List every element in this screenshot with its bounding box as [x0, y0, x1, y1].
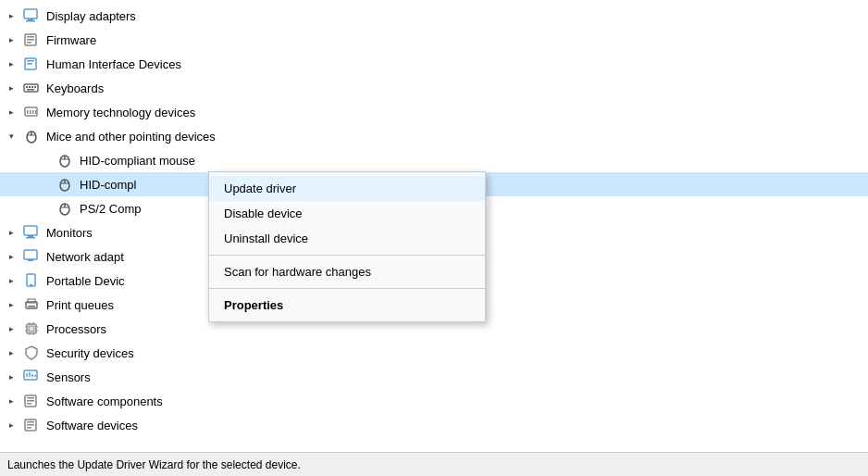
- tree-item-memory-tech[interactable]: Memory technology devices: [0, 100, 868, 124]
- label-print: Print queues: [46, 298, 114, 312]
- context-menu-item-uninstall-device[interactable]: Uninstall device: [209, 226, 485, 251]
- icon-hid: [22, 55, 41, 73]
- chevron-sensors: [4, 370, 19, 384]
- chevron-firmware: [4, 32, 19, 47]
- label-uninstall-device: Uninstall device: [224, 232, 308, 245]
- svg-rect-11: [26, 86, 28, 88]
- chevron-display-adapters: [4, 8, 19, 23]
- label-update-driver: Update driver: [224, 182, 296, 195]
- icon-software-devices: [22, 416, 41, 434]
- svg-rect-20: [35, 110, 37, 114]
- svg-rect-60: [27, 400, 34, 402]
- icon-sensors: [22, 368, 41, 386]
- context-menu: Update driver Disable device Uninstall d…: [208, 171, 486, 322]
- svg-rect-37: [28, 259, 33, 261]
- svg-rect-19: [32, 110, 34, 114]
- chevron-mice: [4, 129, 19, 144]
- svg-rect-65: [27, 427, 31, 429]
- icon-processors: [22, 319, 41, 338]
- label-mice: Mice and other pointing devices: [46, 130, 216, 144]
- tree-item-mice[interactable]: Mice and other pointing devices: [0, 124, 868, 148]
- label-firmware: Firmware: [46, 33, 96, 47]
- svg-rect-63: [27, 421, 34, 423]
- label-ps2: PS/2 Comp: [80, 202, 141, 216]
- label-scan-hardware: Scan for hardware changes: [224, 265, 371, 279]
- label-security: Security devices: [46, 346, 134, 360]
- svg-rect-13: [31, 86, 33, 88]
- chevron-software-components: [4, 394, 19, 408]
- chevron-print: [4, 297, 19, 312]
- svg-rect-2: [26, 20, 35, 22]
- tree-item-firmware[interactable]: Firmware: [0, 28, 868, 52]
- icon-monitors: [22, 223, 41, 242]
- label-memory-tech: Memory technology devices: [46, 106, 195, 119]
- chevron-monitors: [4, 225, 19, 240]
- icon-memory-tech: [22, 103, 41, 121]
- chevron-memory: [4, 105, 19, 119]
- tree-item-security[interactable]: Security devices: [0, 341, 868, 365]
- tree-item-display-adapters[interactable]: Display adapters: [0, 4, 868, 28]
- device-manager-panel: Display adapters Firmware Human Interfac…: [0, 0, 868, 452]
- chevron-portable: [4, 273, 19, 288]
- tree-item-hid-mouse1[interactable]: HID-compliant mouse: [0, 148, 868, 172]
- context-menu-separator-1: [209, 255, 485, 256]
- tree-item-software-devices[interactable]: Software devices: [0, 413, 868, 437]
- label-hid-mouse2: HID-compl: [80, 178, 136, 192]
- icon-mice: [22, 127, 41, 145]
- icon-firmware: [22, 31, 41, 49]
- svg-rect-44: [29, 326, 34, 332]
- svg-rect-18: [30, 110, 31, 114]
- svg-rect-5: [27, 39, 34, 41]
- status-bar-text: Launches the Update Driver Wizard for th…: [7, 458, 301, 471]
- icon-network: [22, 247, 41, 266]
- label-disable-device: Disable device: [224, 207, 303, 220]
- chevron-keyboards: [4, 81, 19, 95]
- svg-rect-36: [24, 250, 37, 259]
- label-network: Network adapt: [46, 250, 124, 264]
- context-menu-item-scan-hardware[interactable]: Scan for hardware changes: [209, 259, 485, 284]
- label-hid: Human Interface Devices: [46, 57, 181, 71]
- tree-item-keyboards[interactable]: Keyboards: [0, 76, 868, 100]
- icon-keyboards: [22, 79, 41, 97]
- svg-rect-42: [28, 306, 35, 307]
- icon-print: [22, 295, 41, 314]
- svg-rect-15: [27, 89, 34, 91]
- svg-rect-39: [30, 284, 32, 286]
- icon-ps2: [56, 199, 74, 218]
- icon-security: [22, 344, 41, 362]
- chevron-security: [4, 345, 19, 360]
- tree-item-sensors[interactable]: Sensors: [0, 365, 868, 389]
- svg-rect-61: [27, 403, 31, 405]
- label-software-devices: Software devices: [46, 419, 138, 432]
- label-processors: Processors: [46, 322, 106, 336]
- label-keyboards: Keyboards: [46, 81, 104, 95]
- label-display-adapters: Display adapters: [46, 9, 136, 23]
- svg-rect-59: [27, 397, 34, 399]
- svg-rect-10: [24, 84, 38, 92]
- icon-hid-mouse1: [56, 151, 74, 169]
- status-bar: Launches the Update Driver Wizard for th…: [0, 452, 868, 476]
- context-menu-item-disable-device[interactable]: Disable device: [209, 201, 485, 226]
- svg-rect-64: [27, 424, 34, 426]
- icon-hid-mouse2: [56, 175, 74, 194]
- chevron-network: [4, 249, 19, 264]
- tree-item-human-interface[interactable]: Human Interface Devices: [0, 52, 868, 76]
- context-menu-item-update-driver[interactable]: Update driver: [209, 176, 485, 201]
- icon-portable: [22, 271, 41, 290]
- context-menu-separator-2: [209, 288, 485, 289]
- svg-rect-35: [26, 237, 35, 239]
- svg-rect-34: [28, 235, 33, 237]
- label-software-components: Software components: [46, 395, 163, 408]
- chevron-software-devices: [4, 418, 19, 432]
- svg-rect-33: [24, 226, 37, 235]
- context-menu-item-properties[interactable]: Properties: [209, 293, 485, 318]
- icon-software-components: [22, 392, 41, 410]
- chevron-hid: [4, 56, 19, 71]
- tree-item-software-components[interactable]: Software components: [0, 389, 868, 413]
- svg-rect-0: [24, 9, 37, 19]
- svg-rect-17: [27, 110, 29, 114]
- svg-rect-1: [28, 19, 33, 20]
- label-portable: Portable Devic: [46, 274, 125, 288]
- chevron-processors: [4, 321, 19, 336]
- label-monitors: Monitors: [46, 226, 93, 240]
